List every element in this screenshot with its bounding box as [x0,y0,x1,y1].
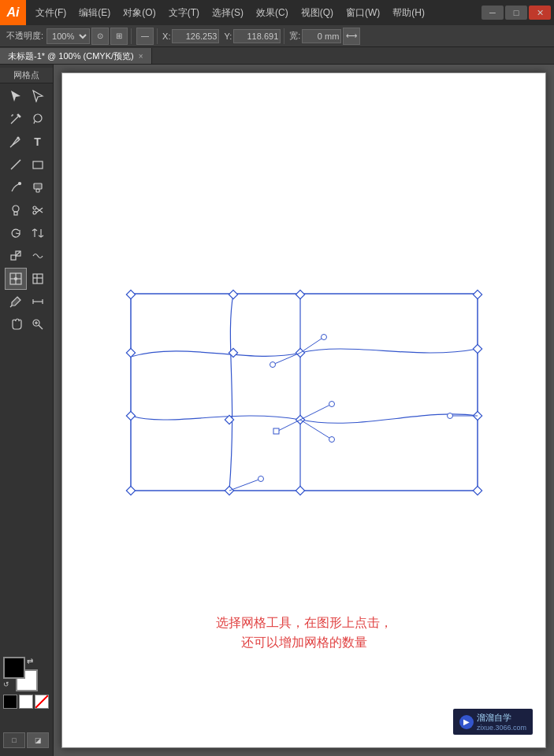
svg-point-25 [14,278,17,280]
svg-line-6 [10,146,12,147]
minimize-button[interactable]: ─ [481,6,504,20]
scissors-tool[interactable] [27,199,49,221]
svg-rect-14 [14,212,17,215]
color-area: ⇄ ↺ [3,657,50,709]
watermark-url: zixue.3066.com [477,724,526,732]
rotate-tool[interactable] [5,222,27,244]
tool-row-1 [5,85,49,107]
watermark-text: 溜溜自学 zixue.3066.com [477,712,526,732]
lasso-tool[interactable] [27,108,49,130]
preview-mode-button[interactable]: ◪ [27,732,49,748]
y-input[interactable] [233,29,281,43]
bw-row [3,695,50,709]
svg-line-65 [229,479,261,491]
tool-row-2 [5,108,49,130]
svg-point-13 [13,206,19,212]
watermark: ▶ 溜溜自学 zixue.3066.com [453,709,533,735]
normal-mode-button[interactable]: □ [3,732,25,748]
pencil-tool[interactable] [5,176,27,198]
svg-point-16 [33,211,36,214]
canvas-area: 选择网格工具，在图形上点击， 还可以增加网格的数量 ▶ 溜溜自学 zixue.3… [54,65,554,756]
zoom-tool[interactable] [27,313,49,335]
svg-line-67 [300,404,332,420]
svg-rect-41 [473,290,481,298]
document-tab[interactable]: 未标题-1* @ 100% (CMYK/预览) × [0,48,152,64]
svg-rect-26 [33,274,43,284]
menu-object[interactable]: 对象(O) [117,0,162,25]
opt-separator-3 [284,28,284,44]
magic-wand-tool[interactable] [5,108,27,130]
x-field: X: [161,29,219,43]
tool-row-6 [5,199,49,221]
opt-icon-1[interactable]: ⊙ [91,28,109,45]
gradient-mesh-tool[interactable] [27,268,49,290]
mesh-tool[interactable] [5,268,27,290]
direct-selection-tool[interactable] [27,85,49,107]
link-icon[interactable]: ⟷ [343,28,360,45]
svg-point-15 [33,206,36,209]
pen-tool[interactable] [5,131,27,153]
x-input[interactable] [172,29,219,43]
svg-rect-47 [126,411,135,420]
svg-rect-42 [126,290,135,298]
foreground-color-swatch[interactable] [3,657,25,679]
y-field: Y: [222,29,281,43]
reflect-tool[interactable] [27,222,49,244]
menu-file[interactable]: 文件(F) [29,0,73,25]
rect-tool[interactable] [27,154,49,176]
warp-tool[interactable] [27,245,49,267]
type-tool[interactable]: T [27,131,49,153]
svg-line-34 [39,325,43,329]
width-input[interactable] [302,29,341,43]
toolbar: 网格点 T [0,65,54,756]
svg-line-55 [277,420,300,432]
svg-rect-56 [273,428,279,434]
svg-rect-37 [131,294,478,491]
brush-tool[interactable] [27,176,49,198]
svg-point-64 [447,413,452,419]
black-box[interactable] [3,695,17,709]
menu-edit[interactable]: 编辑(E) [73,0,117,25]
tool-row-5 [5,176,49,198]
title-bar: Ai 文件(F) 编辑(E) 对象(O) 文字(T) 选择(S) 效果(C) 视… [0,0,554,25]
svg-rect-19 [11,255,16,260]
opt-icon-2[interactable]: ⊞ [110,28,128,45]
opacity-select[interactable]: 100% [46,28,90,44]
tab-close-button[interactable]: × [139,52,143,61]
maximize-button[interactable]: □ [505,6,527,20]
line-tool[interactable] [5,154,27,176]
svg-line-21 [16,251,20,256]
menu-effect[interactable]: 效果(C) [250,0,295,25]
mode-buttons: □ ◪ [3,732,49,748]
selection-tool[interactable] [5,85,27,107]
tool-row-9 [5,268,49,290]
tool-row-10 [5,291,49,313]
svg-line-5 [34,121,35,124]
close-button[interactable]: ✕ [529,6,551,20]
workspace: 网格点 T [0,65,554,756]
watermark-name: 溜溜自学 [477,712,526,724]
menu-help[interactable]: 帮助(H) [386,0,431,25]
menu-type[interactable]: 文字(T) [162,0,206,25]
x-label: X: [161,32,172,41]
none-box[interactable] [35,695,49,709]
svg-line-0 [11,117,18,124]
opt-separator-2 [157,28,158,44]
hand-tool[interactable] [5,313,27,335]
opt-icon-3[interactable]: — [136,28,154,45]
menu-select[interactable]: 选择(S) [206,0,250,25]
swap-colors-icon[interactable]: ⇄ [27,657,38,668]
blob-brush-tool[interactable] [5,199,27,221]
svg-line-8 [11,160,20,169]
tool-row-8 [5,245,49,267]
y-label: Y: [222,32,233,41]
scale-tool[interactable] [5,245,27,267]
menu-view[interactable]: 视图(Q) [295,0,340,25]
mesh-illustration [123,278,485,498]
reset-colors-icon[interactable]: ↺ [3,680,14,691]
eyedropper-tool[interactable] [5,291,27,313]
menu-window[interactable]: 窗口(W) [340,0,386,25]
white-box[interactable] [19,695,33,709]
measure-tool[interactable] [27,291,49,313]
svg-rect-11 [34,183,42,189]
